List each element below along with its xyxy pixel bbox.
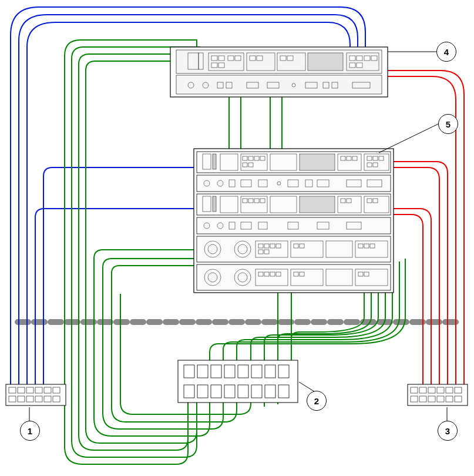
svg-rect-178 — [278, 385, 289, 398]
svg-rect-176 — [251, 385, 262, 398]
svg-rect-137 — [9, 387, 16, 393]
svg-rect-169 — [265, 365, 275, 378]
svg-rect-25 — [357, 63, 362, 68]
svg-rect-20 — [349, 56, 355, 61]
svg-rect-166 — [224, 365, 235, 378]
callout-2: 2 — [307, 391, 327, 411]
svg-rect-147 — [44, 396, 51, 402]
svg-rect-13 — [218, 63, 224, 68]
svg-rect-22 — [364, 56, 370, 61]
callout-2-label: 2 — [314, 396, 319, 406]
center-switch — [178, 360, 298, 403]
svg-rect-175 — [238, 385, 248, 398]
svg-rect-138 — [18, 387, 25, 393]
svg-rect-150 — [411, 387, 418, 393]
svg-line-183 — [379, 123, 439, 153]
svg-rect-153 — [437, 387, 444, 393]
svg-rect-39 — [197, 175, 391, 192]
svg-rect-145 — [26, 396, 33, 402]
svg-rect-172 — [197, 385, 208, 398]
svg-rect-160 — [446, 396, 453, 402]
svg-rect-163 — [184, 365, 194, 378]
svg-rect-170 — [278, 365, 289, 378]
svg-rect-17 — [257, 56, 263, 61]
svg-rect-140 — [35, 387, 42, 393]
svg-rect-144 — [18, 396, 25, 402]
svg-rect-24 — [349, 63, 355, 68]
svg-rect-45 — [213, 154, 216, 169]
callout-5-label: 5 — [446, 119, 451, 129]
svg-rect-167 — [238, 365, 248, 378]
svg-rect-43 — [197, 264, 391, 290]
svg-rect-177 — [265, 385, 275, 398]
svg-rect-139 — [26, 387, 33, 393]
svg-rect-158 — [428, 396, 435, 402]
svg-rect-78 — [213, 196, 216, 212]
svg-rect-164 — [197, 365, 208, 378]
svg-rect-152 — [428, 387, 435, 393]
svg-rect-174 — [224, 385, 235, 398]
svg-rect-82 — [300, 196, 335, 213]
callout-3-label: 3 — [445, 426, 450, 436]
svg-rect-15 — [235, 56, 241, 61]
svg-rect-156 — [411, 396, 418, 402]
callout-3: 3 — [438, 421, 458, 441]
svg-rect-171 — [184, 385, 194, 398]
svg-rect-12 — [211, 63, 217, 68]
svg-rect-18 — [280, 56, 286, 61]
svg-rect-16 — [250, 56, 256, 61]
svg-rect-154 — [446, 387, 453, 393]
svg-rect-40 — [197, 194, 391, 215]
svg-rect-14 — [228, 56, 234, 61]
svg-rect-143 — [9, 396, 16, 402]
callout-4-label: 4 — [444, 47, 449, 57]
svg-rect-23 — [371, 56, 377, 61]
svg-rect-151 — [419, 387, 426, 393]
svg-rect-168 — [251, 365, 262, 378]
callout-1-label: 1 — [28, 426, 32, 436]
right-switch — [408, 384, 468, 405]
svg-rect-155 — [455, 387, 462, 393]
svg-rect-1 — [176, 50, 382, 73]
svg-rect-146 — [35, 396, 42, 402]
svg-rect-157 — [419, 396, 426, 402]
svg-rect-19 — [287, 56, 293, 61]
callout-5: 5 — [438, 114, 458, 134]
callout-1: 1 — [20, 421, 40, 441]
svg-rect-42 — [197, 236, 391, 262]
svg-rect-10 — [211, 56, 217, 61]
left-switch — [6, 384, 66, 405]
top-rack-unit — [170, 47, 388, 97]
svg-rect-21 — [357, 56, 362, 61]
svg-rect-173 — [211, 385, 221, 398]
mid-rack-stack — [194, 149, 394, 293]
svg-rect-148 — [53, 396, 60, 402]
svg-rect-11 — [218, 56, 224, 61]
svg-rect-165 — [211, 365, 221, 378]
svg-rect-49 — [300, 154, 335, 170]
svg-rect-159 — [437, 396, 444, 402]
svg-rect-142 — [53, 387, 60, 393]
svg-rect-161 — [455, 396, 462, 402]
svg-rect-38 — [197, 152, 391, 173]
callout-4: 4 — [436, 42, 456, 62]
svg-rect-41 — [197, 217, 391, 234]
svg-rect-8 — [308, 53, 343, 71]
svg-rect-141 — [44, 387, 51, 393]
cabling-diagram-svg — [0, 0, 474, 476]
